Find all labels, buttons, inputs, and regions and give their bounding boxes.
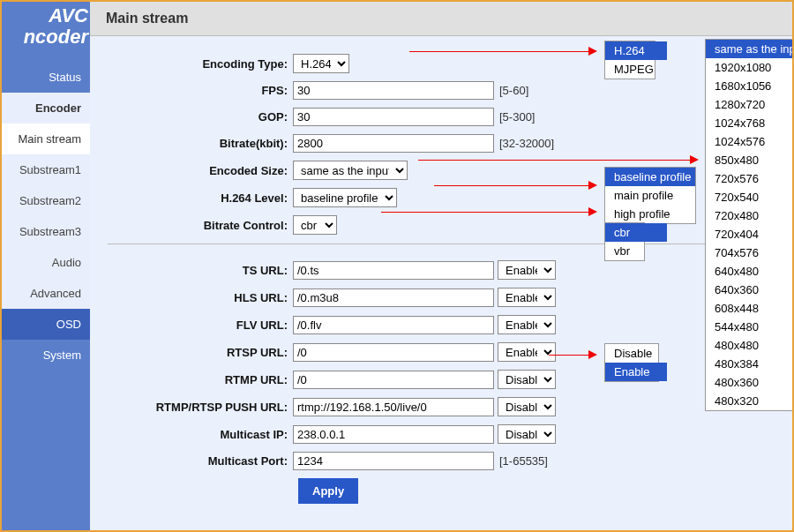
hint-gop: [5-300] (499, 110, 535, 124)
popup-item[interactable]: same as the input (706, 40, 792, 58)
select-ts-enable[interactable]: Enable (498, 260, 556, 280)
popup-item[interactable]: 1024x768 (706, 114, 792, 132)
select-encoding-type[interactable]: H.264 (293, 54, 349, 73)
label-ts-url: TS URL: (108, 264, 293, 277)
logo: AVC ncoder (2, 2, 90, 62)
input-rtsp-url[interactable] (293, 343, 494, 362)
input-rtmp-url[interactable] (293, 371, 494, 389)
popup-item[interactable]: 480x320 (706, 392, 792, 410)
popup-item[interactable]: cbr (605, 223, 667, 242)
popup-item[interactable]: 850x480 (706, 151, 792, 169)
label-flv-url: FLV URL: (108, 318, 293, 332)
popup-item[interactable]: 1280x720 (706, 95, 792, 114)
popup-item[interactable]: 720x404 (706, 225, 792, 244)
main-area: Main stream Encoding Type: H.264 FPS: [5… (90, 2, 792, 530)
popup-item[interactable]: main profile (605, 186, 695, 205)
select-rtsp-enable[interactable]: Enable (498, 342, 556, 362)
popup-item[interactable]: 1680x1056 (706, 77, 792, 95)
input-gop[interactable] (293, 108, 494, 126)
page-title: Main stream (90, 2, 792, 36)
select-flv-enable[interactable]: Enable (498, 315, 556, 334)
popup-item[interactable]: MJPEG (605, 60, 667, 79)
apply-button[interactable]: Apply (298, 478, 358, 504)
nav-encoder[interactable]: Encoder (2, 93, 90, 124)
popup-bitrate-control[interactable]: cbr vbr (604, 222, 645, 261)
popup-item[interactable]: H.264 (605, 41, 667, 60)
nav-substream2[interactable]: Substream2 (2, 185, 90, 216)
popup-item[interactable]: 1024x576 (706, 132, 792, 151)
popup-item[interactable]: 608x448 (706, 299, 792, 318)
popup-item[interactable]: 544x480 (706, 318, 792, 336)
label-push-url: RTMP/RTSP PUSH URL: (108, 401, 293, 414)
nav-substream3[interactable]: Substream3 (2, 216, 90, 247)
popup-item[interactable]: 480x384 (706, 355, 792, 373)
nav-audio[interactable]: Audio (2, 247, 90, 278)
input-fps[interactable] (293, 81, 494, 100)
popup-item[interactable]: 480x480 (706, 336, 792, 355)
input-ts-url[interactable] (293, 261, 494, 280)
hint-bitrate: [32-32000] (499, 137, 554, 150)
popup-item[interactable]: Enable (605, 363, 667, 381)
nav-osd[interactable]: OSD (2, 309, 90, 340)
select-encoded-size[interactable]: same as the input (293, 161, 408, 180)
popup-item[interactable]: 720x540 (706, 188, 792, 206)
input-multicast-ip[interactable] (293, 425, 494, 444)
label-h264-level: H.264 Level: (108, 191, 293, 205)
label-encoding-type: Encoding Type: (108, 57, 293, 71)
label-gop: GOP: (108, 110, 293, 124)
form-area: Encoding Type: H.264 FPS: [5-60] GOP: [5… (90, 36, 792, 513)
nav-main-stream[interactable]: Main stream (2, 124, 90, 154)
input-multicast-port[interactable] (293, 452, 494, 470)
input-push-url[interactable] (293, 398, 494, 416)
select-multicast-enable[interactable]: Disable (498, 424, 556, 444)
popup-item[interactable]: baseline profile (605, 168, 695, 186)
popup-item[interactable]: 640x360 (706, 281, 792, 299)
popup-item[interactable]: high profile (605, 205, 695, 223)
select-push-enable[interactable]: Disable (498, 397, 556, 416)
nav-substream1[interactable]: Substream1 (2, 154, 90, 185)
hint-fps: [5-60] (499, 84, 528, 97)
popup-item[interactable]: 640x480 (706, 262, 792, 281)
popup-encoding-type[interactable]: H.264 MJPEG (604, 41, 655, 79)
label-multicast-port: Multicast Port: (108, 454, 293, 468)
arrow-encoding-type (409, 50, 597, 52)
label-rtsp-url: RTSP URL: (108, 346, 293, 359)
popup-item[interactable]: 720x480 (706, 206, 792, 225)
label-encoded-size: Encoded Size: (108, 164, 293, 177)
hint-multicast-port: [1-65535] (499, 454, 548, 468)
nav-status[interactable]: Status (2, 62, 90, 93)
input-flv-url[interactable] (293, 316, 494, 334)
arrow-encoded-size (418, 159, 699, 161)
label-bitrate: Bitrate(kbit): (108, 137, 293, 150)
label-bitrate-control: Bitrate Control: (108, 219, 293, 232)
popup-rtsp-enable[interactable]: Disable Enable (604, 343, 659, 382)
popup-item[interactable]: Disable (605, 344, 667, 363)
arrow-h264-level (434, 184, 597, 186)
select-h264-level[interactable]: baseline profile (293, 188, 397, 207)
popup-item[interactable]: 480x360 (706, 373, 792, 392)
nav-system[interactable]: System (2, 340, 90, 371)
label-fps: FPS: (108, 84, 293, 97)
input-hls-url[interactable] (293, 288, 494, 307)
arrow-bitrate-control (381, 211, 597, 213)
popup-item[interactable]: vbr (605, 242, 667, 260)
popup-h264-level[interactable]: baseline profile main profile high profi… (604, 167, 696, 224)
select-bitrate-control[interactable]: cbr (293, 215, 337, 235)
select-hls-enable[interactable]: Enable (498, 288, 556, 307)
separator (108, 244, 775, 244)
input-bitrate[interactable] (293, 134, 494, 153)
popup-encoded-size[interactable]: same as the input 1920x1080 1680x1056 12… (705, 39, 792, 411)
label-hls-url: HLS URL: (108, 291, 293, 304)
sidebar: AVC ncoder Status Encoder Main stream Su… (2, 2, 90, 530)
nav-advanced[interactable]: Advanced (2, 278, 90, 309)
arrow-rtsp-enable (549, 354, 597, 356)
popup-item[interactable]: 720x576 (706, 169, 792, 188)
popup-item[interactable]: 704x576 (706, 244, 792, 262)
label-multicast-ip: Multicast IP: (108, 428, 293, 441)
popup-item[interactable]: 1920x1080 (706, 58, 792, 77)
label-rtmp-url: RTMP URL: (108, 373, 293, 386)
select-rtmp-enable[interactable]: Disable (498, 370, 556, 389)
